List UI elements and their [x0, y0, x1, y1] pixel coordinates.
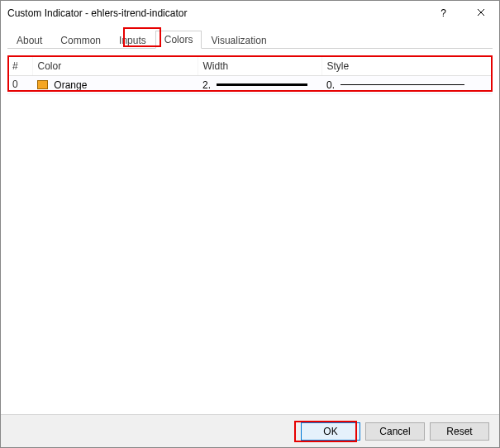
color-swatch-icon: [37, 80, 48, 89]
close-icon: [477, 7, 485, 19]
cell-style[interactable]: 0.: [321, 76, 493, 94]
width-value-label: 2.: [202, 79, 211, 91]
col-index[interactable]: #: [7, 57, 32, 76]
cell-width[interactable]: 2.: [198, 76, 321, 94]
help-button[interactable]: ?: [425, 1, 462, 26]
tab-about[interactable]: About: [7, 31, 51, 49]
colors-table: # Color Width Style 0 Orange 2.: [7, 57, 493, 94]
col-color[interactable]: Color: [32, 57, 198, 76]
tab-content: # Color Width Style 0 Orange 2.: [7, 49, 493, 414]
tab-inputs[interactable]: Inputs: [110, 31, 155, 49]
dialog-window: Custom Indicator - ehlers-itrend-indicat…: [0, 0, 500, 448]
tab-visualization[interactable]: Visualization: [202, 31, 275, 49]
style-preview-icon: [340, 84, 464, 85]
color-name-label: Orange: [54, 79, 87, 91]
help-icon: ?: [440, 7, 446, 19]
cancel-button[interactable]: Cancel: [365, 422, 425, 441]
tab-common[interactable]: Common: [51, 31, 110, 49]
col-style[interactable]: Style: [321, 57, 493, 76]
cell-color[interactable]: Orange: [32, 76, 198, 94]
table-row[interactable]: 0 Orange 2. 0.: [7, 76, 493, 94]
close-button[interactable]: [462, 1, 499, 26]
ok-button[interactable]: OK: [301, 422, 360, 441]
tab-colors[interactable]: Colors: [155, 31, 202, 49]
cell-index: 0: [7, 76, 32, 94]
reset-button[interactable]: Reset: [430, 422, 489, 441]
table-header-row: # Color Width Style: [7, 57, 493, 76]
style-value-label: 0.: [326, 79, 335, 91]
window-title: Custom Indicator - ehlers-itrend-indicat…: [7, 7, 425, 19]
tabstrip: About Common Inputs Colors Visualization: [7, 29, 493, 49]
width-preview-icon: [217, 83, 307, 86]
col-width[interactable]: Width: [198, 57, 321, 76]
titlebar: Custom Indicator - ehlers-itrend-indicat…: [1, 1, 499, 26]
button-bar: OK Cancel Reset: [1, 414, 499, 447]
